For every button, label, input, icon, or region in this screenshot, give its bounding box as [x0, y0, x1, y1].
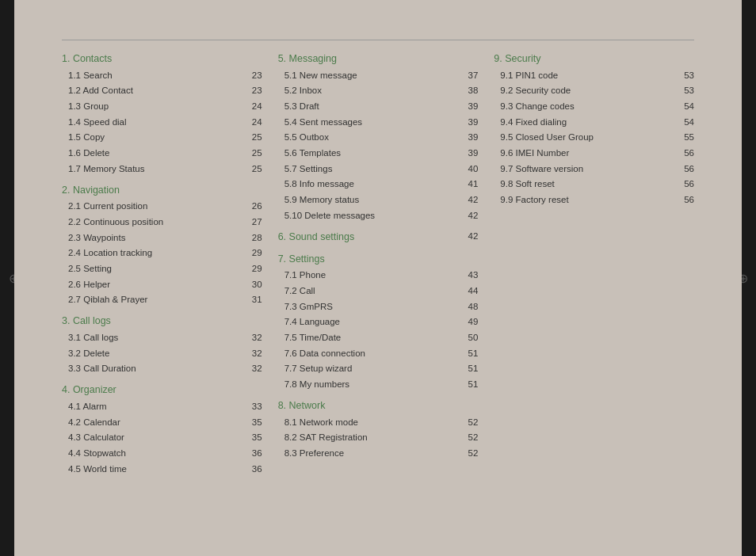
toc-item-label: 2.4 Location tracking [68, 246, 243, 260]
toc-item-page: 41 [459, 177, 478, 191]
toc-item: 9.7 Software version56 [494, 161, 694, 177]
toc-item: 7.2 Call44 [278, 283, 479, 299]
toc-item-page: 56 [675, 147, 694, 160]
toc-item: 1.3 Group24 [62, 98, 262, 114]
toc-item-page: 25 [243, 131, 262, 144]
toc-column-2: 5. Messaging5.1 New message375.2 Inbox38… [278, 53, 479, 477]
toc-item: 4.1 Alarm33 [62, 398, 262, 414]
toc-item: 9.3 Change codes54 [494, 98, 694, 114]
toc-item: 5.6 Templates39 [278, 145, 479, 161]
toc-item-label: 9.3 Change codes [500, 100, 675, 113]
toc-item-label: 5.10 Delete messages [284, 209, 460, 223]
toc-item: 1.5 Copy25 [62, 130, 262, 146]
section-header-0-20: 4. Organizer [62, 384, 262, 395]
toc-item-label: 1.3 Group [68, 100, 243, 113]
toc-item-label: 1.1 Search [68, 69, 243, 82]
toc-item-page: 51 [459, 378, 478, 391]
section-header-0-8: 2. Navigation [62, 185, 262, 196]
toc-item-page: 42 [459, 209, 478, 223]
toc-item: 7.8 My numbers51 [278, 376, 479, 392]
toc-item-page: 33 [243, 400, 262, 413]
toc-item-label: 5.1 New message [284, 69, 460, 82]
toc-item-label: 7.3 GmPRS [284, 300, 460, 314]
toc-item: 4.2 Calendar35 [62, 414, 262, 430]
toc-item: 3.1 Call logs32 [62, 329, 262, 345]
toc-item: 2.2 Continuous position27 [62, 214, 262, 230]
toc-item-page: 54 [675, 116, 694, 129]
toc-item-page: 42 [459, 193, 478, 207]
toc-item-label: 2.3 Waypoints [68, 231, 243, 245]
toc-item-label: 5.7 Settings [284, 162, 460, 176]
toc-item-page: 39 [459, 116, 478, 129]
toc-item: 1.6 Delete25 [62, 145, 262, 161]
toc-item-page: 24 [243, 100, 262, 113]
toc-item-label: 7.1 Phone [284, 268, 460, 282]
toc-item: 9.4 Fixed dialing54 [494, 114, 694, 130]
section-header-1-21: 8. Network [278, 400, 479, 411]
toc-item-label: 4.4 Stopwatch [68, 447, 243, 460]
toc-item: 5.10 Delete messages42 [278, 208, 479, 223]
toc-item-page: 44 [459, 284, 478, 298]
toc-item: 1.2 Add Contact23 [62, 83, 262, 99]
toc-item-page: 39 [459, 147, 478, 160]
toc-item-label: 1.6 Delete [68, 147, 243, 160]
toc-item-page: 51 [459, 347, 478, 360]
toc-item-page: 25 [243, 147, 262, 160]
toc-item: 4.3 Calculator35 [62, 430, 262, 446]
toc-item-page: 32 [243, 362, 262, 375]
toc-item-label: 4.2 Calendar [68, 416, 243, 429]
toc-item-page: 28 [243, 231, 262, 245]
section-header-0-16: 3. Call logs [62, 315, 262, 326]
toc-item-page: 24 [243, 116, 262, 129]
toc-item-page: 35 [243, 416, 262, 429]
toc-item: 1.4 Speed dial24 [62, 114, 262, 130]
toc-item-label: 9.7 Software version [500, 162, 675, 176]
top-divider [62, 40, 694, 40]
toc-item-page: 50 [459, 331, 478, 345]
toc-item: 4.5 World time36 [62, 461, 262, 477]
toc-item: 5.4 Sent messages39 [278, 114, 479, 130]
toc-item: 5.8 Info message41 [278, 177, 479, 192]
toc-item-label: 9.2 Security code [500, 84, 675, 97]
toc-item-label: 7.5 Time/Date [284, 331, 460, 345]
toc-item: 9.8 Soft reset56 [494, 177, 694, 192]
toc-item: 5.7 Settings40 [278, 161, 479, 177]
toc-item-page: 51 [459, 362, 478, 375]
toc-item-label: 9.4 Fixed dialing [500, 116, 675, 129]
toc-item-label: 5.9 Memory status [284, 193, 460, 207]
toc-item: 5.5 Outbox39 [278, 130, 479, 146]
section-header-1-0: 5. Messaging [278, 53, 479, 64]
toc-item-page: 29 [243, 262, 262, 276]
toc-item-label: 3.3 Call Duration [68, 362, 243, 375]
toc-item-page: 56 [675, 162, 694, 176]
toc-item: 7.3 GmPRS48 [278, 299, 479, 314]
toc-item-page: 39 [459, 131, 478, 144]
toc-item-page: 32 [243, 331, 262, 345]
toc-column-3: 9. Security9.1 PIN1 code539.2 Security c… [494, 53, 694, 477]
section-header-2-0: 9. Security [494, 53, 694, 64]
toc-item-page: 27 [243, 215, 262, 229]
toc-item-page: 30 [243, 278, 262, 291]
toc-item-page: 23 [243, 69, 262, 82]
toc-item: 2.7 Qiblah & Prayer31 [62, 292, 262, 308]
toc-item: 7.5 Time/Date50 [278, 329, 479, 345]
toc-item-page: 26 [243, 200, 262, 213]
toc-item: 7.4 Language49 [278, 314, 479, 330]
toc-item-label: 7.6 Data connection [284, 347, 460, 360]
toc-item-label: 1.7 Memory Status [68, 162, 243, 176]
toc-item: 2.1 Current position26 [62, 199, 262, 215]
toc-item: 8.2 SAT Registration52 [278, 430, 479, 446]
toc-item-label: 9.5 Closed User Group [500, 131, 675, 144]
toc-item-page: 52 [459, 416, 478, 429]
toc-item: 1.7 Memory Status25 [62, 161, 262, 177]
toc-item-page: 54 [675, 100, 694, 113]
toc-item-label: 1.2 Add Contact [68, 84, 243, 97]
toc-item-page: 53 [675, 84, 694, 97]
toc-item-label: 9.8 Soft reset [500, 177, 675, 191]
toc-item-page: 56 [675, 177, 694, 191]
toc-item: 9.1 PIN1 code53 [494, 67, 694, 83]
toc-item-page: 53 [675, 69, 694, 82]
toc-item: 2.3 Waypoints28 [62, 230, 262, 246]
toc-item-page: 38 [459, 84, 478, 97]
toc-item-page: 52 [459, 431, 478, 444]
